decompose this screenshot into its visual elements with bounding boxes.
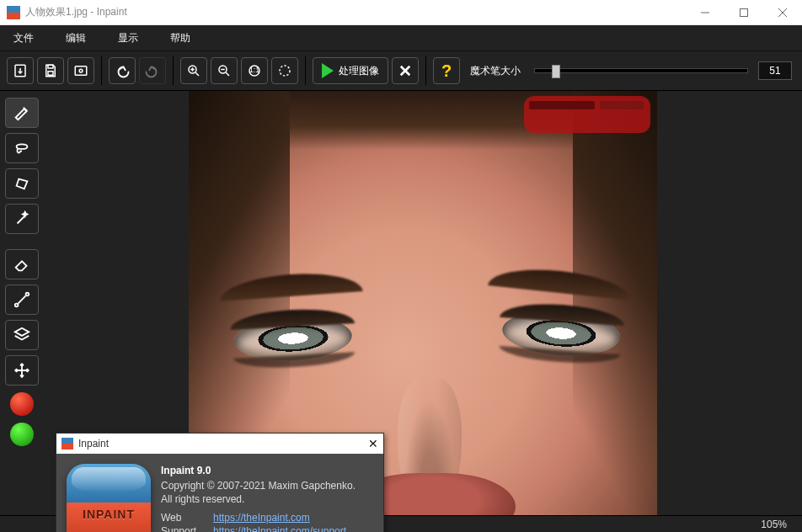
- svg-rect-4: [75, 66, 87, 76]
- svg-point-11: [15, 304, 19, 307]
- zoom-in-button[interactable]: [180, 57, 207, 84]
- process-button[interactable]: 处理图像: [313, 57, 388, 84]
- svg-rect-0: [741, 8, 748, 16]
- layers-tool[interactable]: [5, 320, 39, 350]
- help-button[interactable]: ?: [433, 57, 460, 84]
- minimize-button[interactable]: [686, 0, 724, 25]
- svg-rect-2: [48, 65, 53, 68]
- line-tool[interactable]: [5, 285, 39, 315]
- close-button[interactable]: [763, 0, 802, 25]
- side-toolbar: [0, 91, 44, 515]
- eraser-tool[interactable]: [5, 249, 39, 279]
- red-indicator[interactable]: [10, 392, 34, 416]
- zoom-fit-button[interactable]: [271, 57, 298, 84]
- watermark-overlay: [529, 101, 644, 116]
- about-text: Inpaint 9.0 Copyright © 2007-2021 Maxim …: [161, 464, 364, 532]
- about-title: Inpaint: [78, 438, 109, 450]
- menu-file[interactable]: 文件: [5, 25, 57, 51]
- about-heading: Inpaint 9.0: [161, 464, 364, 477]
- toolbar: 1:1 处理图像 ? 魔术笔大小 51: [0, 51, 802, 91]
- lasso-tool[interactable]: [5, 133, 39, 163]
- app-icon: [7, 6, 20, 19]
- svg-point-5: [79, 69, 83, 72]
- zoom-actual-button[interactable]: 1:1: [241, 57, 268, 84]
- about-rights: All rights reserved.: [161, 492, 364, 506]
- window-titlebar: 人物效果1.jpg - Inpaint: [0, 0, 802, 25]
- brush-size-label: 魔术笔大小: [470, 64, 521, 78]
- cancel-button[interactable]: [392, 57, 419, 84]
- about-support-link[interactable]: https://theInpaint.com/support: [213, 524, 346, 532]
- menu-help[interactable]: 帮助: [162, 25, 214, 51]
- svg-point-10: [280, 66, 290, 76]
- play-icon: [322, 63, 334, 78]
- svg-point-12: [26, 293, 29, 296]
- about-app-icon: [61, 438, 73, 450]
- undo-button[interactable]: [109, 57, 136, 84]
- save-button[interactable]: [37, 57, 64, 84]
- open-button[interactable]: [7, 57, 34, 84]
- maximize-button[interactable]: [724, 0, 763, 25]
- svg-rect-3: [48, 72, 53, 76]
- polygon-tool[interactable]: [5, 168, 39, 199]
- window-title: 人物效果1.jpg - Inpaint: [25, 5, 127, 19]
- menu-edit[interactable]: 编辑: [57, 25, 110, 51]
- preview-button[interactable]: [67, 57, 94, 84]
- brush-size-slider[interactable]: [534, 68, 748, 73]
- process-label: 处理图像: [339, 64, 379, 78]
- about-close-button[interactable]: ✕: [368, 437, 378, 450]
- svg-text:1:1: 1:1: [249, 66, 260, 74]
- zoom-level: 105%: [761, 519, 787, 530]
- about-logo: INPAINT: [67, 464, 151, 532]
- slider-thumb[interactable]: [552, 65, 560, 78]
- green-indicator[interactable]: [10, 423, 34, 446]
- magic-wand-tool[interactable]: [5, 204, 39, 234]
- move-tool[interactable]: [5, 355, 39, 386]
- menu-view[interactable]: 显示: [110, 25, 162, 51]
- brush-size-value[interactable]: 51: [758, 61, 792, 80]
- about-titlebar[interactable]: Inpaint ✕: [56, 434, 383, 454]
- menu-bar: 文件 编辑 显示 帮助: [0, 25, 802, 51]
- about-copyright: Copyright © 2007-2021 Maxim Gapchenko.: [161, 479, 364, 492]
- about-web-link[interactable]: https://theInpaint.com: [213, 511, 310, 524]
- redo-button[interactable]: [139, 57, 166, 84]
- zoom-out-button[interactable]: [211, 57, 238, 84]
- about-dialog: Inpaint ✕ INPAINT Inpaint 9.0 Copyright …: [56, 433, 384, 532]
- marker-tool[interactable]: [5, 98, 39, 128]
